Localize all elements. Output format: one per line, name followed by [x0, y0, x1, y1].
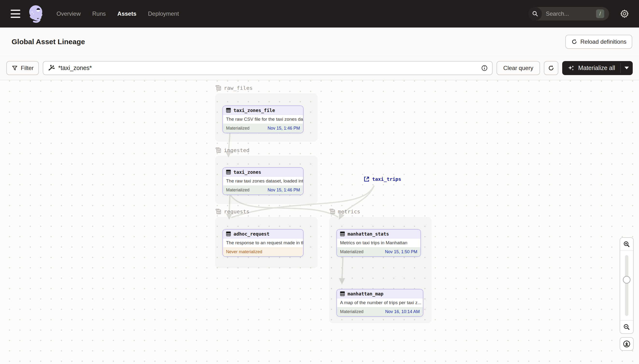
group-name: metrics: [338, 208, 360, 214]
nav-item-assets[interactable]: Assets: [117, 10, 137, 17]
group-label-ingested[interactable]: ingested: [215, 147, 249, 153]
download-image-button[interactable]: [620, 337, 634, 351]
nav-item-deployment[interactable]: Deployment: [148, 10, 179, 17]
asset-group-icon: [215, 85, 221, 91]
asset-name: manhattan_map: [348, 291, 383, 296]
status-badge: Materialized: [340, 249, 363, 254]
materialize-all-label: Materialize all: [578, 64, 615, 72]
zoom-out-icon: [623, 324, 630, 331]
asset-name: adhoc_request: [234, 231, 270, 236]
asset-description: A map of the number of trips per taxi z.…: [337, 298, 423, 307]
status-badge: Materialized: [340, 309, 363, 314]
zoom-out-button[interactable]: [620, 320, 633, 333]
top-nav-bar: Overview Runs Assets Deployment Search..…: [0, 0, 639, 28]
group-name: ingested: [224, 147, 249, 153]
filter-funnel-icon: [12, 65, 18, 71]
group-label-requests[interactable]: requests: [215, 208, 249, 214]
materialization-timestamp[interactable]: Nov 15, 1:46 PM: [268, 126, 300, 131]
asset-group-icon: [215, 147, 221, 153]
external-asset-name: taxi_trips: [372, 176, 401, 182]
page-header: Global Asset Lineage Reload definitions: [0, 28, 639, 56]
table-icon: [226, 170, 231, 174]
asset-name: taxi_zones_file: [234, 108, 275, 113]
asset-name: manhattan_stats: [348, 231, 389, 236]
asset-selection-input[interactable]: *taxi_zones*: [43, 61, 493, 75]
asset-name: taxi_zones: [234, 170, 261, 175]
info-icon[interactable]: [481, 65, 488, 72]
table-icon: [340, 291, 345, 296]
materialization-timestamp[interactable]: Nov 16, 10:14 AM: [385, 309, 420, 314]
chevron-down-icon: [624, 66, 629, 69]
materialization-timestamp[interactable]: Nov 15, 1:46 PM: [268, 188, 300, 192]
filter-label: Filter: [21, 65, 34, 72]
sparkles-icon: [567, 64, 575, 72]
refresh-graph-button[interactable]: [544, 61, 558, 75]
asset-group-icon: [215, 208, 221, 214]
materialize-all-split-button: Materialize all: [562, 61, 633, 75]
asset-node-manhattan-map[interactable]: manhattan_map A map of the number of tri…: [336, 289, 423, 317]
asset-node-adhoc-request[interactable]: adhoc_request The response to an request…: [222, 229, 304, 257]
table-icon: [340, 232, 345, 236]
table-icon: [226, 108, 231, 113]
group-label-metrics[interactable]: metrics: [329, 208, 360, 214]
menu-icon[interactable]: [11, 10, 20, 18]
search-placeholder: Search...: [546, 10, 596, 17]
page-title: Global Asset Lineage: [12, 38, 85, 46]
asset-description: The response to an request made in th...: [223, 238, 303, 248]
asset-graph-icon: [48, 64, 55, 72]
zoom-controls: [620, 237, 634, 351]
clear-query-button[interactable]: Clear query: [496, 61, 540, 75]
table-icon: [226, 232, 231, 236]
download-icon: [623, 340, 630, 348]
zoom-slider-track: [625, 255, 628, 316]
nav-item-overview[interactable]: Overview: [57, 10, 81, 17]
refresh-icon: [548, 65, 554, 72]
zoom-slider[interactable]: [620, 251, 633, 320]
status-badge: Never materialized: [226, 249, 262, 254]
asset-description: The raw CSV file for the taxi zones dat.…: [223, 115, 303, 124]
primary-nav: Overview Runs Assets Deployment: [57, 10, 179, 17]
asset-description: Metrics on taxi trips in Manhattan: [337, 238, 420, 248]
asset-node-taxi-zones-file[interactable]: taxi_zones_file The raw CSV file for the…: [222, 106, 304, 133]
zoom-in-button[interactable]: [620, 238, 633, 251]
zoom-slider-handle[interactable]: [623, 276, 630, 284]
dagster-logo[interactable]: [28, 4, 45, 24]
asset-node-manhattan-stats[interactable]: manhattan_stats Metrics on taxi trips in…: [336, 229, 421, 257]
status-badge: Materialized: [226, 188, 249, 192]
nav-item-runs[interactable]: Runs: [92, 10, 106, 17]
asset-graph-canvas[interactable]: raw_files taxi_zones_file The raw CSV fi…: [0, 80, 639, 364]
reload-definitions-label: Reload definitions: [580, 38, 626, 45]
open-in-new-icon: [363, 176, 370, 182]
group-name: raw_files: [224, 85, 253, 91]
asset-node-taxi-zones[interactable]: taxi_zones The raw taxi zones dataset, l…: [222, 167, 304, 195]
lineage-edges: [0, 80, 639, 364]
group-name: requests: [224, 208, 249, 214]
filter-button[interactable]: Filter: [6, 61, 39, 75]
external-asset-taxi-trips[interactable]: taxi_trips: [363, 176, 401, 182]
materialization-timestamp[interactable]: Nov 15, 1:50 PM: [385, 249, 417, 254]
settings-gear-icon[interactable]: [620, 9, 629, 18]
search-shortcut-badge: /: [596, 10, 604, 18]
search-icon: [528, 7, 542, 20]
asset-group-icon: [329, 208, 335, 214]
zoom-in-icon: [623, 241, 630, 248]
group-label-raw-files[interactable]: raw_files: [215, 85, 253, 91]
materialize-options-caret[interactable]: [621, 61, 633, 75]
status-badge: Materialized: [226, 126, 249, 131]
lineage-toolbar: Filter *taxi_zones* Clear query: [0, 56, 639, 80]
materialize-all-button[interactable]: Materialize all: [562, 61, 620, 75]
reload-definitions-button[interactable]: Reload definitions: [565, 35, 632, 49]
refresh-icon: [571, 38, 577, 45]
clear-query-label: Clear query: [503, 65, 533, 72]
asset-description: The raw taxi zones dataset, loaded int..…: [223, 177, 303, 186]
query-value: *taxi_zones*: [58, 64, 478, 72]
search-input[interactable]: Search... /: [528, 7, 609, 20]
